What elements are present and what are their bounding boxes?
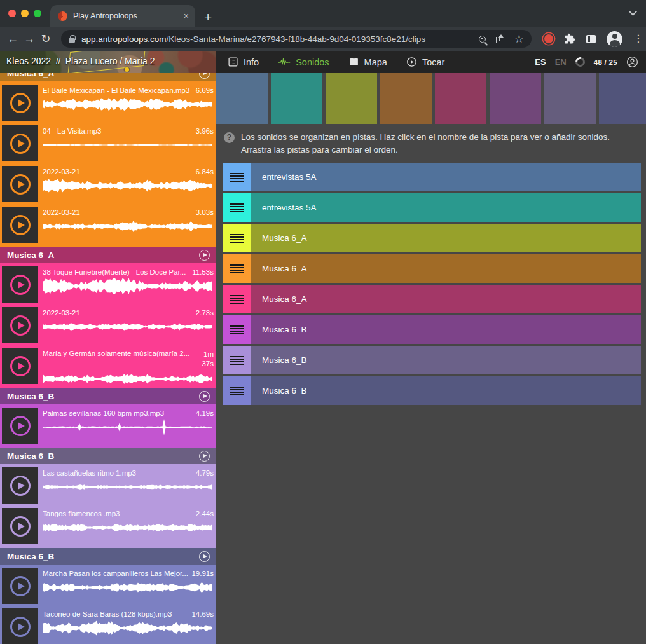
clip-group-header[interactable]: Musica 6_B (0, 448, 216, 464)
play-clip-button[interactable] (2, 166, 38, 202)
recording-extension-icon[interactable] (544, 34, 553, 43)
back-button[interactable]: ← (6, 33, 19, 45)
play-clip-button[interactable] (2, 408, 38, 444)
track-row[interactable]: entrevistas 5A (223, 193, 641, 222)
map-thumbnail[interactable]: Kleos 2022 // Plaza Lucero / María 2 (0, 51, 216, 73)
close-window-button[interactable] (8, 10, 16, 17)
clip-name: Taconeo de Sara Baras (128 kbps).mp3 (43, 610, 188, 618)
track-drag-handle[interactable] (223, 285, 251, 313)
nav-label-mapa: Mapa (364, 57, 387, 67)
clip-item[interactable]: 38 Toque Funebre(Muerte) - Los Doce Par.… (0, 266, 216, 304)
track-row[interactable]: Musica 6_A (223, 285, 641, 313)
minimize-window-button[interactable] (21, 10, 29, 17)
track-drag-handle[interactable] (223, 315, 251, 344)
fullscreen-window-button[interactable] (34, 10, 41, 17)
nav-item-sonidos[interactable]: Sonidos (278, 57, 329, 67)
track-row[interactable]: Musica 6_B (223, 376, 641, 405)
clip-group-header[interactable]: Musica 6_B (0, 548, 216, 565)
clip-item[interactable]: María y Germán solamente música(maría 2.… (0, 347, 216, 385)
language-es-button[interactable]: ES (535, 57, 546, 67)
bookmark-star-icon[interactable]: ☆ (514, 34, 524, 45)
new-tab-button[interactable]: + (204, 10, 212, 24)
track-row[interactable]: Musica 6_A (223, 224, 641, 252)
track-row-body[interactable]: Musica 6_A (251, 254, 641, 283)
clip-name: 38 Toque Funebre(Muerte) - Los Doce Par.… (43, 268, 188, 276)
address-bar[interactable]: app.antropoloops.com/Kleos-Santa-Marina/… (61, 30, 532, 48)
play-clip-button[interactable] (2, 85, 38, 121)
track-row-body[interactable]: Musica 6_B (251, 376, 641, 405)
track-color-swatch[interactable] (599, 73, 646, 124)
track-color-swatch[interactable] (216, 73, 268, 124)
clip-item[interactable]: Marcha Pasan los campanilleros Las Mejor… (0, 567, 216, 605)
browser-tab[interactable]: Play Antropoloops × (50, 5, 195, 27)
nav-item-info[interactable]: Info (228, 57, 259, 67)
track-row-body[interactable]: Musica 6_A (251, 224, 641, 252)
track-row-body[interactable]: Musica 6_B (251, 315, 641, 344)
expand-group-icon[interactable] (199, 391, 210, 402)
clip-group-header[interactable]: Musica 6_B (0, 388, 216, 404)
clip-group-header[interactable]: Musica 6_A (0, 73, 216, 81)
track-row[interactable]: Musica 6_A (223, 254, 641, 283)
play-clip-button[interactable] (2, 608, 38, 644)
track-row-body[interactable]: entrevistas 5A (251, 193, 641, 222)
track-color-swatch[interactable] (435, 73, 486, 124)
clip-group-header[interactable]: Musica 6_A (0, 247, 216, 263)
expand-group-icon[interactable] (199, 250, 210, 261)
track-drag-handle[interactable] (223, 163, 251, 191)
nav-item-tocar[interactable]: Tocar (406, 57, 444, 67)
url-text[interactable]: app.antropoloops.com/Kleos-Santa-Marina/… (81, 34, 471, 44)
clip-item[interactable]: Las castañuelas ritmo 1.mp34.79s (0, 467, 216, 505)
clip-duration: 4.79s (196, 469, 214, 477)
track-drag-handle[interactable] (223, 224, 251, 252)
track-row[interactable]: Musica 6_B (223, 346, 641, 374)
share-icon[interactable] (496, 34, 504, 43)
play-clip-button[interactable] (2, 467, 38, 504)
clip-item[interactable]: El Baile Mexicapan - El Baile Mexicapan.… (0, 84, 216, 122)
clip-item[interactable]: 2022-03-212.73s (0, 306, 216, 345)
track-row[interactable]: entrevistas 5A (223, 163, 641, 191)
track-drag-handle[interactable] (223, 376, 251, 405)
play-clip-button[interactable] (2, 568, 38, 604)
play-clip-button[interactable] (2, 266, 38, 303)
clip-item[interactable]: Tangos flamencos .mp32.44s (0, 507, 216, 545)
track-color-swatch[interactable] (326, 73, 377, 124)
track-drag-handle[interactable] (223, 193, 251, 222)
track-row-body[interactable]: Musica 6_A (251, 285, 641, 313)
zoom-indicator-icon[interactable] (479, 36, 486, 43)
track-drag-handle[interactable] (223, 254, 251, 283)
track-color-swatch[interactable] (544, 73, 596, 124)
expand-group-icon[interactable] (199, 73, 210, 79)
reload-button[interactable]: ↻ (39, 33, 52, 45)
play-clip-button[interactable] (2, 207, 38, 243)
play-clip-button[interactable] (2, 508, 38, 544)
track-color-swatch[interactable] (490, 73, 541, 124)
tab-search-chevron-icon[interactable] (629, 8, 637, 16)
extensions-puzzle-icon[interactable] (564, 33, 575, 45)
lock-icon[interactable] (69, 35, 75, 43)
clip-item[interactable]: Palmas sevillanas 160 bpm mp3.mp34.19s (0, 407, 216, 445)
play-clip-button[interactable] (2, 125, 38, 161)
play-clip-button[interactable] (2, 348, 38, 384)
clip-item[interactable]: 2022-03-213.03s (0, 206, 216, 244)
clip-item[interactable]: Taconeo de Sara Baras (128 kbps).mp314.6… (0, 608, 216, 644)
clip-waveform (43, 317, 212, 336)
clip-item[interactable]: 04 - La Visita.mp33.96s (0, 125, 216, 163)
track-color-swatch[interactable] (271, 73, 322, 124)
expand-group-icon[interactable] (199, 551, 210, 562)
language-en-button[interactable]: EN (555, 57, 567, 67)
browser-profile-avatar[interactable] (607, 31, 622, 47)
track-row-body[interactable]: Musica 6_B (251, 346, 641, 374)
close-tab-icon[interactable]: × (184, 11, 189, 20)
nav-item-mapa[interactable]: Mapa (348, 57, 387, 67)
side-panel-icon[interactable] (586, 35, 596, 43)
play-clip-button[interactable] (2, 307, 38, 343)
track-row-body[interactable]: entrevistas 5A (251, 163, 641, 191)
track-color-swatch[interactable] (380, 73, 432, 124)
expand-group-icon[interactable] (199, 451, 210, 462)
track-row[interactable]: Musica 6_B (223, 315, 641, 344)
forward-button[interactable]: → (23, 33, 36, 45)
track-drag-handle[interactable] (223, 346, 251, 374)
browser-menu-icon[interactable]: ⋮ (633, 34, 640, 44)
profile-icon[interactable] (626, 56, 638, 68)
clip-item[interactable]: 2022-03-216.84s (0, 165, 216, 203)
